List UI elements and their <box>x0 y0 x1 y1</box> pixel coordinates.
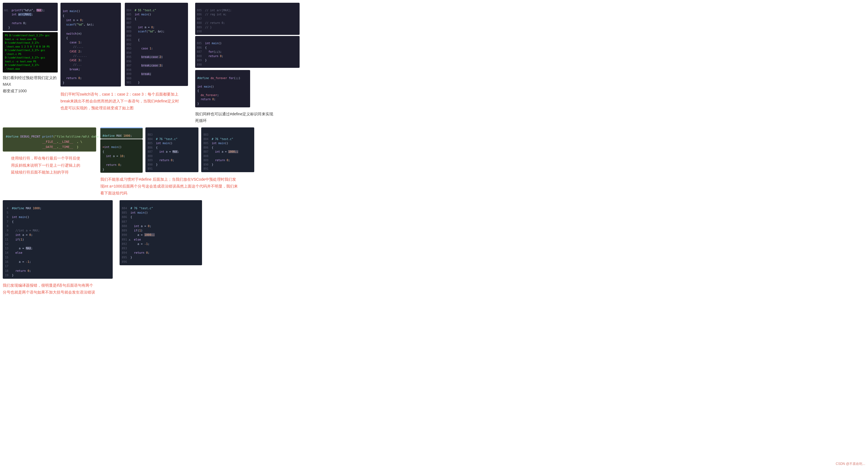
middle-center-main: =int main() { int a = 10; return 0; } <box>100 139 143 173</box>
debug-print-define: #define DEBUG_PRINT printf("file:%s\tlin… <box>3 127 96 152</box>
bottom-right-code: 884 # 76 "test.c" 885 int main() 886 { 8… <box>120 200 202 266</box>
top-left-section: 881 printf("%d\n", MAX); int arr[MAX]; r… <box>3 3 58 124</box>
top-center-preprocessed: 884 # 55 "test.c" 885 int main() 886 { 8… <box>125 3 188 86</box>
top-right-annotation: 我们同样也可以通过#define定义标识符来实现死循环 <box>195 111 300 124</box>
top-area: 881 printf("%d\n", MAX); int arr[MAX]; r… <box>3 3 431 124</box>
bottom-annotation: 我们发现编译器报错，很明显是if语句后面语句有两个 分号也就是两个语句如果不加大… <box>3 282 113 296</box>
top-right-doforever-code: 885 int main() 886 { 887 for(;;); 888 re… <box>195 36 300 68</box>
bottom-left-section: 4 #define MAX 1000; 5 6 int main() 7 { 8… <box>3 200 113 296</box>
middle-center-define-area: #define MAX 1000; =int main() { int a = … <box>100 127 143 173</box>
top-left-code-panel: 881 printf("%d\n", MAX); int arr[MAX]; r… <box>3 3 58 31</box>
middle-center-max-code: 883 884 # 76 "test.c" 885 int main() 886… <box>146 127 198 173</box>
top-center-annotation: 我们平时写switch语句，case 1：case 2：case 3：每个后面都… <box>60 91 192 112</box>
middle-left-section: #define DEBUG_PRINT printf("file:%s\tlin… <box>3 127 96 176</box>
bottom-area: 4 #define MAX 1000; 5 6 int main() 7 { 8… <box>3 200 431 296</box>
top-center-main-code: int main() { int n = 0; scanf("%d", &n);… <box>60 3 121 87</box>
top-right-commented-code: 885 // int arr[MAX]; 886 // reg int m; 8… <box>195 3 300 35</box>
top-right-section: 885 // int arr[MAX]; 886 // reg int m; 8… <box>195 3 300 124</box>
terminal-block: PS D:\code\test\test_3_27> gcc test.o -o… <box>3 32 58 72</box>
page-container: 881 printf("%d\n", MAX); int arr[MAX]; r… <box>0 0 434 302</box>
top-right-define-main: #define do_forever for(;;) int main() { … <box>195 70 250 107</box>
middle-area: #define DEBUG_PRINT printf("file:%s\tlin… <box>3 127 431 197</box>
middle-center-section: #define MAX 1000; =int main() { int a = … <box>100 127 254 197</box>
define-max-box: #define MAX 1000; <box>100 127 143 139</box>
middle-annotation: 我们不能形成习惯对于#define 后面加上；当我们放在VSCode中预处理时我… <box>100 176 254 197</box>
middle-left-annotation: 使用续行符，即在每行最后一个字符后使 用反斜线来说明下一行是上一行逻辑上的 延续… <box>11 155 96 176</box>
bottom-left-code: 4 #define MAX 1000; 5 6 int main() 7 { 8… <box>3 200 113 279</box>
top-left-annotation: 我们看到经过预处理我们定义的MAX都变成了1000 <box>3 75 58 94</box>
bottom-right-section: 884 # 76 "test.c" 885 int main() 886 { 8… <box>120 200 202 266</box>
middle-right-preprocessed-area: 883 884 # 76 "test.c" 885 int main() 886… <box>201 127 254 173</box>
top-center-section: int main() { int n = 0; scanf("%d", &n);… <box>60 3 192 124</box>
